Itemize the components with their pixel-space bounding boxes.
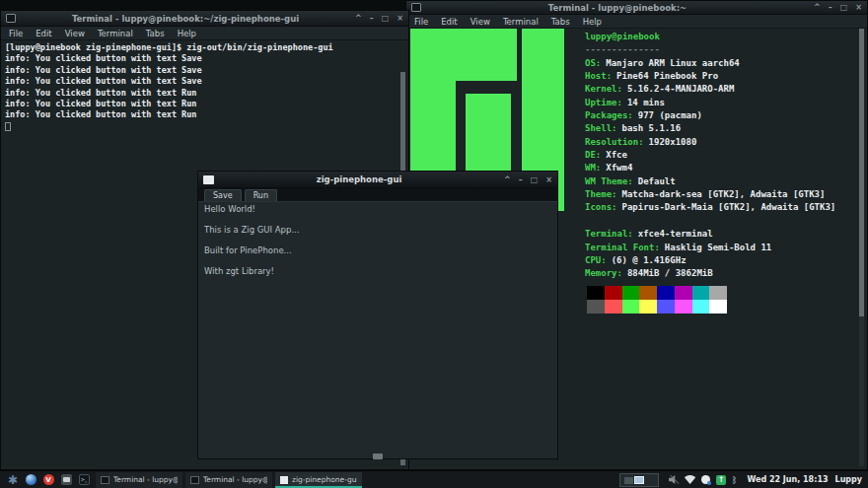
menu-help[interactable]: Help <box>583 17 602 27</box>
maximize-button[interactable]: □ <box>382 14 390 23</box>
neofetch-row-uptime: Uptime:14 mins <box>585 97 835 109</box>
neofetch-row-theme: Theme:Matcha-dark-sea [GTK2], Adwaita [G… <box>585 188 835 201</box>
menu-view[interactable]: View <box>65 29 85 38</box>
close-button[interactable]: × <box>397 14 403 23</box>
palette-swatch <box>657 286 675 300</box>
neofetch-row-host: Host:Pine64 Pinebook Pro <box>585 70 835 83</box>
update-notifier-icon[interactable]: ↑ <box>716 475 726 485</box>
save-button[interactable]: Save <box>204 189 242 201</box>
menu-edit[interactable]: Edit <box>441 17 457 27</box>
palette-swatch <box>605 286 622 300</box>
menu-terminal[interactable]: Terminal <box>98 29 133 38</box>
taskbar-window-terminal-2[interactable]: Terminal - luppy@pi... <box>185 472 272 488</box>
run-button[interactable]: Run <box>245 189 277 201</box>
volume-muted-icon[interactable] <box>669 475 679 485</box>
scrollbar-thumb[interactable] <box>859 29 864 316</box>
taskbar-window-zig-pinephone-gui[interactable]: zig-pinephone-gui <box>275 472 362 488</box>
neofetch-row-cpu: CPU:(6) @ 1.416GHz <box>585 254 835 267</box>
palette-swatch <box>692 300 710 314</box>
neofetch-separator: -------------- <box>585 43 835 56</box>
globe-icon <box>26 474 36 485</box>
menu-tabs[interactable]: Tabs <box>551 17 570 27</box>
neofetch-row-terminal: Terminal:xfce4-terminal <box>585 228 835 241</box>
palette-swatch <box>657 300 675 314</box>
menu-icon: ✱ <box>8 474 18 486</box>
titlebar-app[interactable]: zig-pinephone-gui ^ – □ × <box>198 172 557 188</box>
titlebar-left-terminal[interactable]: Terminal - luppy@pinebook:~/zig-pinephon… <box>1 11 408 27</box>
vivaldi-launcher[interactable]: V <box>41 473 55 487</box>
palette-swatch <box>709 300 727 314</box>
terminal-icon <box>101 476 109 484</box>
neofetch-row-os: OS:Manjaro ARM Linux aarch64 <box>585 57 835 70</box>
file-manager-launcher[interactable] <box>59 473 73 487</box>
palette-swatch <box>675 300 692 314</box>
menu-view[interactable]: View <box>470 17 490 27</box>
menu-file[interactable]: File <box>414 17 428 27</box>
close-button[interactable]: × <box>855 3 862 12</box>
neofetch-row-wm-theme: WM Theme:Default <box>585 175 835 188</box>
close-button[interactable]: × <box>545 175 552 184</box>
browser-launcher[interactable] <box>24 473 37 487</box>
neofetch-row-packages: Packages:977 (pacman) <box>585 109 835 122</box>
palette-swatch <box>587 286 605 300</box>
output-line: info: You clicked button with text Run <box>5 99 407 109</box>
menu-file[interactable]: File <box>9 29 23 38</box>
menubar: File Edit View Terminal Tabs Help <box>1 27 408 40</box>
window-title: Terminal - luppy@pinebook:~/zig-pinephon… <box>20 14 351 24</box>
network-icon[interactable] <box>701 475 710 484</box>
output-line: info: You clicked button with text Save <box>5 76 407 87</box>
vivaldi-icon: V <box>43 474 54 485</box>
neofetch-row-terminal-font: Terminal Font:Hasklig Semi-Bold 11 <box>585 242 835 254</box>
resize-handle[interactable] <box>373 453 383 459</box>
wifi-icon[interactable] <box>685 475 695 484</box>
neofetch-user-host: luppy@pinebook <box>585 31 835 43</box>
taskbar-window-terminal-1[interactable]: Terminal - luppy@pi... <box>96 472 182 488</box>
palette-swatch <box>639 286 657 300</box>
palette-swatch <box>692 286 710 300</box>
neofetch-row-memory: Memory:884MiB / 3862MiB <box>585 267 835 280</box>
maximize-button[interactable]: □ <box>531 175 539 184</box>
app-window-zig-pinephone-gui: zig-pinephone-gui ^ – □ × Save Run Hello… <box>197 171 558 459</box>
output-line: info: You clicked button with text Run <box>5 109 407 120</box>
menu-edit[interactable]: Edit <box>36 29 51 38</box>
shade-button[interactable]: ^ <box>355 14 362 23</box>
shade-button[interactable]: ^ <box>814 3 821 12</box>
scrollbar[interactable] <box>859 29 864 466</box>
shade-button[interactable]: ^ <box>504 175 511 184</box>
minimize-button[interactable]: – <box>829 3 832 12</box>
output-line: info: You clicked button with text Save <box>5 53 407 64</box>
pager-window-active <box>634 476 644 484</box>
palette-swatch <box>709 286 727 300</box>
minimize-button[interactable]: – <box>519 175 523 184</box>
menu-help[interactable]: Help <box>178 29 196 38</box>
applications-menu-button[interactable]: ✱ <box>6 473 20 487</box>
palette-swatch <box>675 286 692 300</box>
terminal-icon <box>190 476 199 484</box>
neofetch-blank-line <box>585 215 835 228</box>
folder-icon <box>61 474 72 485</box>
system-tray: ↑ ᛒ <box>669 475 737 485</box>
neofetch-row-wm: WM:Xfwm4 <box>585 162 835 174</box>
app-icon <box>203 175 214 184</box>
neofetch-row-resolution: Resolution:1920x1080 <box>585 136 835 149</box>
titlebar-right-terminal[interactable]: Terminal - luppy@pinebook:~ ^ – □ × <box>406 1 867 15</box>
clock[interactable]: Wed 22 Jun, 18:13 <box>747 475 828 484</box>
palette-swatch <box>622 300 640 314</box>
pager-window <box>624 477 633 484</box>
menu-tabs[interactable]: Tabs <box>146 29 165 38</box>
menubar: File Edit View Terminal Tabs Help <box>406 15 867 29</box>
app-text-line: This is a Zig GUI App... <box>204 225 556 245</box>
minimize-button[interactable]: – <box>370 14 374 23</box>
terminal-icon <box>411 3 421 12</box>
maximize-button[interactable]: □ <box>840 3 848 12</box>
app-text-line: Built for PinePhone... <box>204 245 556 266</box>
menu-terminal[interactable]: Terminal <box>503 17 539 27</box>
app-content: Hello World! This is a Zig GUI App... Bu… <box>199 203 556 452</box>
command-line: [luppy@pinebook zig-pinephone-gui]$ zig-… <box>5 42 407 53</box>
output-line: info: You clicked button with text Run <box>5 88 407 99</box>
workspace-switcher[interactable] <box>619 473 659 487</box>
terminal-launcher[interactable]: >_ <box>77 473 91 487</box>
bluetooth-icon[interactable]: ᛒ <box>732 475 737 485</box>
terminal-icon <box>6 14 16 23</box>
neofetch-row-kernel: Kernel:5.16.2-4-MANJARO-ARM <box>585 83 835 96</box>
